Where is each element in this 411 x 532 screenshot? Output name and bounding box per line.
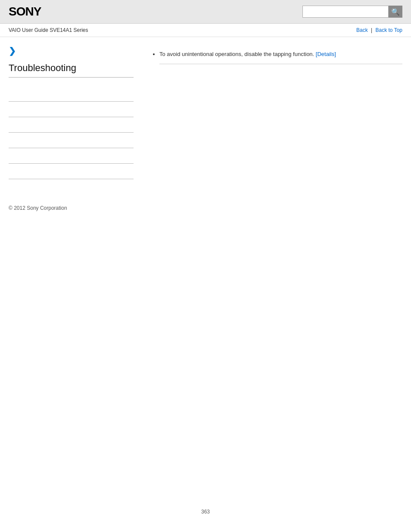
chevron-icon: ❯ [9,46,134,56]
list-item [9,133,134,148]
main-content: To avoid unintentional operations, disab… [142,46,402,179]
sidebar-link[interactable] [9,122,10,128]
back-link[interactable]: Back [356,27,368,33]
sidebar: ❯ Troubleshooting [9,46,142,179]
item-text: To avoid unintentional operations, disab… [159,51,314,57]
sidebar-link[interactable] [9,137,10,143]
page-number: 363 [201,509,210,515]
back-to-top-link[interactable]: Back to Top [376,27,402,33]
sidebar-link[interactable] [9,91,10,97]
sidebar-link[interactable] [9,106,10,112]
content-list: To avoid unintentional operations, disab… [151,50,402,64]
section-title: Troubleshooting [9,62,134,78]
details-link[interactable]: [Details] [316,51,336,57]
list-item [9,102,134,117]
list-item [9,164,134,179]
sidebar-links [9,86,134,179]
list-item [9,117,134,133]
search-icon: 🔍 [391,8,400,16]
search-area: 🔍 [302,6,402,18]
page-header: SONY 🔍 [0,0,411,24]
sony-logo: SONY [9,5,41,19]
list-item [9,148,134,164]
breadcrumb: VAIO User Guide SVE14A1 Series [9,27,88,33]
search-input[interactable] [302,6,389,18]
list-item [9,86,134,102]
nav-separator: | [371,27,372,33]
sidebar-link[interactable] [9,153,10,159]
navbar: VAIO User Guide SVE14A1 Series Back | Ba… [0,24,411,37]
search-button[interactable]: 🔍 [389,6,402,18]
content-area: ❯ Troubleshooting To avoid unintentional… [0,37,411,188]
nav-links: Back | Back to Top [356,27,402,33]
footer: © 2012 Sony Corporation [0,196,411,220]
sidebar-link[interactable] [9,168,10,174]
copyright-text: © 2012 Sony Corporation [9,205,67,211]
list-item: To avoid unintentional operations, disab… [159,50,402,64]
